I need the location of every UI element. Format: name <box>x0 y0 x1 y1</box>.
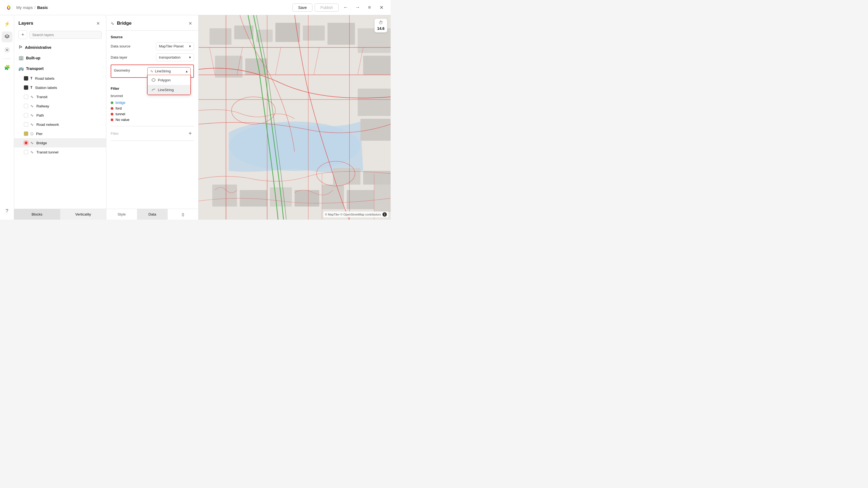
layer-transit-tunnel[interactable]: ∿ Transit tunnel <box>14 148 106 157</box>
administrative-icon: 🏳 <box>19 45 23 50</box>
toolbar-puzzle-icon[interactable]: 🧩 <box>2 62 12 73</box>
forward-button[interactable]: → <box>352 3 362 12</box>
geometry-label: Geometry <box>114 68 130 72</box>
add-layer-button[interactable]: + <box>19 30 27 39</box>
tab-style[interactable]: Style <box>106 209 137 220</box>
svg-rect-20 <box>347 190 374 209</box>
geometry-linestring-icon: ∿ <box>150 69 153 73</box>
group-administrative-label: Administrative <box>25 45 51 50</box>
layer-pier[interactable]: ⬡ Pier <box>14 129 106 138</box>
blocks-button[interactable]: Blocks <box>14 209 60 220</box>
map-canvas <box>198 15 391 220</box>
detail-panel: ∿ Bridge ✕ Source Data source MapTiler P… <box>106 15 198 220</box>
geometry-row: Geometry ∿ LineString ▴ <box>111 65 194 78</box>
tab-json[interactable]: {} <box>167 209 198 220</box>
novalue-dot <box>111 119 113 121</box>
toolbar-help-icon[interactable]: ? <box>2 205 12 216</box>
data-source-chevron: ▾ <box>189 44 191 48</box>
toolbar-settings-icon[interactable] <box>2 44 12 55</box>
data-layer-select[interactable]: transportation ▾ <box>156 54 194 61</box>
geometry-chevron-up: ▴ <box>186 69 188 73</box>
clock-icon: ⏱ <box>379 20 383 25</box>
layer-road-network-checkbox[interactable] <box>24 122 28 127</box>
breadcrumb-separator: / <box>34 5 35 10</box>
detail-body: Source Data source MapTiler Planet ▾ Dat… <box>106 31 198 209</box>
layer-road-labels-checkbox[interactable] <box>24 76 28 80</box>
data-layer-label: Data layer <box>111 55 127 59</box>
layer-transit[interactable]: ∿ Transit <box>14 92 106 101</box>
data-layer-chevron: ▾ <box>189 55 191 59</box>
filter-ford-text: ford <box>116 106 122 110</box>
layer-road-labels[interactable]: T Road labels <box>14 74 106 83</box>
svg-rect-12 <box>363 56 391 75</box>
svg-rect-9 <box>303 26 325 41</box>
toolbar-lightning-icon[interactable]: ⚡ <box>2 19 12 29</box>
layer-station-labels-name: Station labels <box>35 86 102 90</box>
publish-button[interactable]: Publish <box>315 3 339 12</box>
group-builtup[interactable]: 🏢 Built-up <box>14 53 106 63</box>
layer-road-network[interactable]: ∿ Road network <box>14 120 106 129</box>
filter-value-bridge: bridge <box>111 101 194 105</box>
layer-bridge-checkbox[interactable] <box>24 141 28 145</box>
left-toolbar: ⚡ 🧩 ? <box>0 15 14 220</box>
layer-transit-tunnel-checkbox[interactable] <box>24 150 28 154</box>
layer-pier-checkbox[interactable] <box>24 131 28 136</box>
builtup-icon: 🏢 <box>19 55 24 61</box>
geometry-option-polygon[interactable]: Polygon <box>148 75 190 85</box>
ford-dot <box>111 107 113 110</box>
back-button[interactable]: ← <box>341 3 350 12</box>
attribution-info-button[interactable]: i <box>382 212 387 217</box>
layer-transit-name: Transit <box>36 95 102 99</box>
toolbar-layers-icon[interactable] <box>2 31 12 42</box>
source-section-label: Source <box>111 35 194 39</box>
layer-path-checkbox[interactable] <box>24 113 28 118</box>
layer-transit-checkbox[interactable] <box>24 95 28 99</box>
tab-data[interactable]: Data <box>137 209 167 220</box>
transit-tunnel-type-icon: ∿ <box>30 150 34 154</box>
filter-add-button[interactable]: + <box>186 130 194 137</box>
filter-value-tunnel: tunnel <box>111 112 194 116</box>
filter-add-row: Filter + <box>111 126 194 141</box>
layers-close-button[interactable]: ✕ <box>94 20 102 27</box>
bridge-type-icon: ∿ <box>30 141 34 145</box>
layer-railway-name: Railway <box>36 104 102 108</box>
layer-railway-checkbox[interactable] <box>24 104 28 108</box>
svg-point-2 <box>6 49 8 51</box>
path-type-icon: ∿ <box>30 113 34 118</box>
filter-add-label: Filter <box>111 131 119 135</box>
layer-station-labels[interactable]: T Station labels <box>14 83 106 92</box>
svg-rect-13 <box>215 56 243 77</box>
svg-rect-5 <box>209 28 231 45</box>
filter-tunnel-text: tunnel <box>116 112 125 116</box>
detail-tabs: Style Data {} <box>106 209 198 220</box>
layer-pier-name: Pier <box>36 132 102 136</box>
toolbar-divider <box>3 59 11 59</box>
geometry-select[interactable]: ∿ LineString ▴ <box>147 67 191 75</box>
layer-station-labels-checkbox[interactable] <box>24 86 28 90</box>
layer-transit-tunnel-name: Transit tunnel <box>36 150 102 154</box>
group-transport[interactable]: 🚌 Transport <box>14 63 106 74</box>
data-layer-value: transportation <box>159 55 181 59</box>
filter-bridge-link[interactable]: bridge <box>116 101 125 105</box>
layer-railway[interactable]: ∿ Railway <box>14 101 106 110</box>
close-button[interactable]: ✕ <box>376 3 386 12</box>
layer-bridge[interactable]: ∿ Bridge <box>14 138 106 148</box>
verticality-button[interactable]: Verticality <box>60 209 106 220</box>
data-source-select[interactable]: MapTiler Planet ▾ <box>156 42 194 50</box>
menu-button[interactable]: ≡ <box>365 3 374 12</box>
detail-close-button[interactable]: ✕ <box>186 20 194 27</box>
group-administrative[interactable]: 🏳 Administrative <box>14 42 106 53</box>
attribution-text: © MapTiler © OpenStreetMap contributors <box>325 213 381 216</box>
layer-path[interactable]: ∿ Path <box>14 110 106 120</box>
geometry-option-linestring[interactable]: LineString <box>148 85 190 95</box>
svg-rect-10 <box>328 23 355 45</box>
group-builtup-label: Built-up <box>26 56 40 60</box>
svg-rect-23 <box>363 171 391 185</box>
breadcrumb-parent[interactable]: My maps <box>16 5 33 10</box>
search-layers-input[interactable] <box>29 31 102 39</box>
geometry-dropdown: Polygon LineString <box>147 75 191 95</box>
save-button[interactable]: Save <box>292 3 312 12</box>
tunnel-dot <box>111 113 113 116</box>
data-source-row: Data source MapTiler Planet ▾ <box>111 42 194 50</box>
filter-novalue-text: No value <box>116 118 129 122</box>
